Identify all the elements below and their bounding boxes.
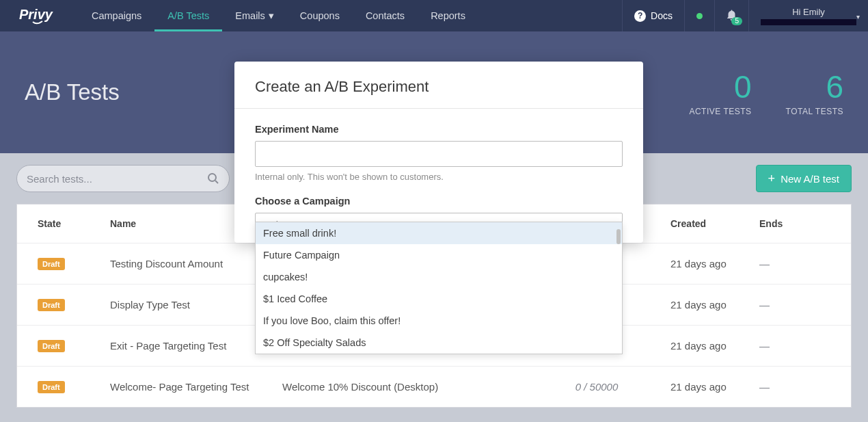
docs-link[interactable]: ?Docs xyxy=(622,0,684,31)
search-icon xyxy=(207,172,219,185)
dropdown-option[interactable]: cupcakes! xyxy=(256,266,622,288)
logo[interactable]: Privy xyxy=(0,7,79,25)
th-created[interactable]: Created xyxy=(658,205,747,243)
nav-label: Coupons xyxy=(300,10,340,21)
cell-ends: — xyxy=(747,326,851,367)
svg-line-2 xyxy=(215,181,218,183)
nav-label: A/B Tests xyxy=(167,10,209,21)
caret-down-icon: ▾ xyxy=(269,10,274,21)
help-icon: ? xyxy=(634,10,646,22)
cell-name: Display Type Test xyxy=(98,285,270,326)
cell-sessions: 0 / 50000 xyxy=(535,367,658,408)
modal-header: Create an A/B Experiment xyxy=(234,62,643,109)
stat-num: 0 xyxy=(689,68,751,105)
nav-right: ?Docs 5 Hi Emily ▾ xyxy=(622,0,868,31)
stat-label: TOTAL TESTS xyxy=(786,107,843,116)
nav-reports[interactable]: Reports xyxy=(418,0,478,31)
online-dot-icon xyxy=(696,13,703,19)
cell-name: Exit - Page Targeting Test xyxy=(98,326,270,367)
dropdown-option[interactable]: If you love Boo, claim this offer! xyxy=(256,310,622,332)
svg-text:Privy: Privy xyxy=(19,7,53,22)
stat-active: 0 ACTIVE TESTS xyxy=(689,68,751,116)
cell-created: 21 days ago xyxy=(658,285,747,326)
nav-items: Campaigns A/B Tests Emails▾ Coupons Cont… xyxy=(79,0,478,31)
user-redacted xyxy=(761,19,856,25)
new-ab-test-button[interactable]: + New A/B test xyxy=(756,165,852,192)
dropdown-option[interactable]: $2 Off Specialty Salads xyxy=(256,332,622,354)
experiment-name-input[interactable] xyxy=(255,141,623,167)
plus-icon: + xyxy=(768,172,776,185)
state-badge: Draft xyxy=(38,381,65,393)
modal-title: Create an A/B Experiment xyxy=(255,78,623,96)
status-dot[interactable] xyxy=(684,0,714,31)
cell-ends: — xyxy=(747,285,851,326)
th-ends[interactable]: Ends xyxy=(747,205,851,243)
table-row[interactable]: DraftWelcome- Page Targeting TestWelcome… xyxy=(17,367,851,408)
cell-created: 21 days ago xyxy=(658,243,747,285)
nav-label: Campaigns xyxy=(92,10,141,21)
nav-contacts[interactable]: Contacts xyxy=(353,0,418,31)
notifications[interactable]: 5 xyxy=(714,0,748,31)
stat-num: 6 xyxy=(786,68,843,105)
dropdown-scrollbar[interactable] xyxy=(616,229,621,244)
campaign-dropdown[interactable]: Free small drink!Future Campaigncupcakes… xyxy=(255,222,623,354)
cell-ends: — xyxy=(747,243,851,285)
caret-down-icon: ▾ xyxy=(856,13,860,21)
docs-label: Docs xyxy=(651,10,673,21)
search-box[interactable] xyxy=(16,165,230,192)
cell-campaign: Welcome 10% Discount (Desktop) xyxy=(270,367,535,408)
experiment-name-label: Experiment Name xyxy=(255,124,623,135)
cell-created: 21 days ago xyxy=(658,326,747,367)
state-badge: Draft xyxy=(38,258,65,270)
cell-name: Testing Discount Amount xyxy=(98,243,270,285)
nav-emails[interactable]: Emails▾ xyxy=(222,0,287,31)
nav-label: Contacts xyxy=(366,10,405,21)
state-badge: Draft xyxy=(38,340,65,352)
nav-coupons[interactable]: Coupons xyxy=(287,0,353,31)
cell-ends: — xyxy=(747,367,851,408)
top-nav: Privy Campaigns A/B Tests Emails▾ Coupon… xyxy=(0,0,868,31)
th-state[interactable]: State xyxy=(17,205,98,243)
dropdown-option[interactable]: $1 Iced Coffee xyxy=(256,288,622,310)
svg-point-1 xyxy=(208,174,216,181)
nav-campaigns[interactable]: Campaigns xyxy=(79,0,154,31)
nav-label: Emails xyxy=(235,10,265,21)
cell-created: 21 days ago xyxy=(658,367,747,408)
nav-label: Reports xyxy=(431,10,465,21)
create-experiment-modal: Create an A/B Experiment Experiment Name… xyxy=(234,62,643,243)
dropdown-option[interactable]: Future Campaign xyxy=(256,244,622,266)
new-btn-label: New A/B test xyxy=(781,173,839,185)
user-menu[interactable]: Hi Emily ▾ xyxy=(748,0,868,31)
user-greeting: Hi Emily xyxy=(792,7,825,17)
cell-name: Welcome- Page Targeting Test xyxy=(98,367,270,408)
experiment-name-hint: Internal only. This won't be shown to cu… xyxy=(255,172,623,182)
campaign-label: Choose a Campaign xyxy=(255,196,623,207)
dropdown-option[interactable]: Free small drink! xyxy=(256,222,622,244)
search-input[interactable] xyxy=(27,173,207,185)
notif-badge: 5 xyxy=(731,17,742,25)
stat-total: 6 TOTAL TESTS xyxy=(786,68,843,116)
state-badge: Draft xyxy=(38,299,65,311)
stat-label: ACTIVE TESTS xyxy=(689,107,751,116)
nav-ab-tests[interactable]: A/B Tests xyxy=(154,0,222,31)
